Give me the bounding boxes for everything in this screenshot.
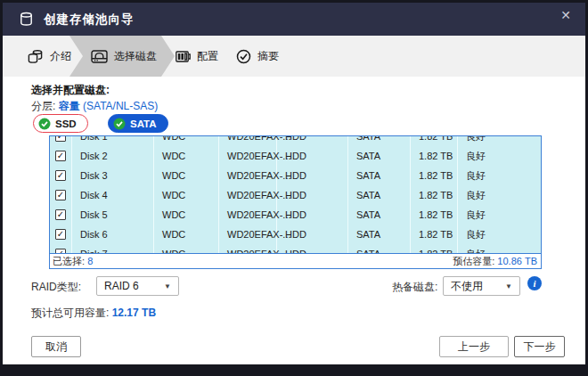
cell-capacity: 1.82 TB [411, 146, 458, 166]
table-row[interactable]: ✓ Disk 1 WDC WD20EFAX-... HDD SATA 1.82 … [50, 136, 541, 146]
row-checkbox[interactable]: ✓ [55, 170, 66, 181]
table-row[interactable]: ✓ Disk 7 WDC WD20EFAX-... HDD SATA 1.82 … [50, 244, 541, 253]
filter-ssd-button[interactable]: SSD [33, 114, 88, 133]
cell-disk-name: Disk 4 [72, 185, 154, 205]
tier-label: 分层: [31, 100, 55, 112]
cell-status: 良好 [458, 244, 541, 253]
raid-type-select[interactable]: RAID 6 ▼ [96, 276, 179, 296]
cell-bus: SATA [348, 225, 411, 244]
cell-capacity: 1.82 TB [411, 185, 458, 205]
row-checkbox[interactable]: ✓ [55, 136, 66, 142]
cell-model: WD20EFAX-... [219, 205, 277, 225]
summary-check-icon [236, 49, 251, 64]
cell-type: HDD [277, 225, 348, 244]
cell-capacity: 1.82 TB [411, 244, 458, 253]
cell-disk-name: Disk 7 [72, 244, 154, 253]
step-summary[interactable]: 摘要 [236, 36, 279, 77]
table-row[interactable]: ✓ Disk 2 WDC WD20EFAX-... HDD SATA 1.82 … [50, 146, 541, 166]
tier-capacity-link[interactable]: 容量 [59, 100, 80, 112]
table-row[interactable]: ✓ Disk 3 WDC WD20EFAX-... HDD SATA 1.82 … [50, 166, 541, 185]
cell-model: WD20EFAX-... [219, 136, 277, 146]
cell-capacity: 1.82 TB [411, 136, 458, 146]
configure-bays-icon [176, 51, 191, 62]
cell-type: HDD [277, 146, 348, 166]
cell-status: 良好 [458, 185, 541, 205]
cell-model: WD20EFAX-... [219, 146, 277, 166]
disk-table-footer: 已选择: 8 预估容量: 10.86 TB [50, 253, 541, 268]
row-checkbox[interactable]: ✓ [55, 190, 66, 200]
cell-disk-name: Disk 3 [72, 166, 154, 185]
info-icon[interactable]: i [527, 276, 542, 290]
raid-type-value: RAID 6 [104, 280, 139, 292]
next-button[interactable]: 下一步 [514, 336, 565, 357]
cell-capacity: 1.82 TB [411, 166, 458, 185]
row-checkbox[interactable]: ✓ [55, 151, 66, 161]
cell-capacity: 1.82 TB [411, 205, 458, 225]
cell-bus: SATA [348, 244, 411, 253]
selected-count: 8 [87, 256, 93, 266]
cell-disk-name: Disk 6 [72, 225, 154, 244]
cell-manufacturer: WDC [154, 136, 219, 146]
table-row[interactable]: ✓ Disk 5 WDC WD20EFAX-... HDD SATA 1.82 … [50, 205, 541, 225]
cell-bus: SATA [348, 166, 411, 185]
cell-manufacturer: WDC [154, 225, 219, 244]
cell-status: 良好 [458, 205, 541, 225]
cell-model: WD20EFAX-... [219, 166, 277, 185]
tier-note: (SATA/NL-SAS) [83, 100, 158, 112]
wizard-content: 选择并配置磁盘: 分层: 容量 (SATA/NL-SAS) SSD SATA [3, 77, 585, 364]
disk-table-body: ✓ Disk 1 WDC WD20EFAX-... HDD SATA 1.82 … [50, 136, 541, 253]
cell-capacity: 1.82 TB [411, 225, 458, 244]
spare-disk-select[interactable]: 不使用 ▼ [443, 276, 520, 296]
cell-model: WD20EFAX-... [219, 185, 277, 205]
window-title: 创建存储池向导 [44, 12, 135, 28]
cancel-button[interactable]: 取消 [31, 336, 81, 357]
cell-status: 良好 [458, 166, 541, 185]
cell-type: HDD [277, 244, 348, 253]
disk-table: ✓ Disk 1 WDC WD20EFAX-... HDD SATA 1.82 … [49, 135, 542, 269]
create-storage-pool-wizard-dialog: 创建存储池向导 ✕ 介绍 [0, 0, 588, 376]
spare-disk-label: 热备磁盘: [392, 280, 437, 295]
row-checkbox[interactable]: ✓ [55, 249, 66, 253]
step-intro[interactable]: 介绍 [27, 36, 71, 77]
close-icon[interactable]: ✕ [560, 9, 571, 21]
cell-disk-name: Disk 5 [72, 205, 154, 225]
filter-sata-button[interactable]: SATA [108, 114, 168, 133]
cell-type: HDD [277, 166, 348, 185]
disk-table-scroll-area[interactable]: ✓ Disk 1 WDC WD20EFAX-... HDD SATA 1.82 … [50, 136, 541, 253]
cell-type: HDD [277, 136, 348, 146]
table-row[interactable]: ✓ Disk 4 WDC WD20EFAX-... HDD SATA 1.82 … [50, 185, 541, 205]
step-intro-label: 介绍 [50, 49, 71, 64]
green-check-icon [38, 118, 51, 130]
raid-type-label: RAID类型: [31, 280, 81, 295]
title-bar: 创建存储池向导 ✕ [3, 3, 585, 36]
previous-button[interactable]: 上一步 [439, 336, 509, 357]
total-capacity-value: 12.17 TB [112, 307, 156, 319]
step-configure[interactable]: 配置 [176, 36, 218, 77]
cell-bus: SATA [348, 136, 411, 146]
cell-status: 良好 [458, 136, 541, 146]
section-heading: 选择并配置磁盘: [31, 83, 110, 98]
step-select-disks-label: 选择磁盘 [114, 49, 157, 64]
table-row[interactable]: ✓ Disk 6 WDC WD20EFAX-... HDD SATA 1.82 … [50, 225, 541, 244]
cell-disk-name: Disk 2 [72, 146, 154, 166]
row-checkbox[interactable]: ✓ [55, 229, 66, 240]
step-select-disks[interactable]: 选择磁盘 [91, 36, 157, 77]
filter-ssd-label: SSD [55, 119, 77, 129]
cell-disk-name: Disk 1 [72, 136, 154, 146]
cell-type: HDD [277, 205, 348, 225]
step-summary-label: 摘要 [257, 49, 279, 64]
green-check-icon [113, 118, 126, 130]
cell-manufacturer: WDC [154, 205, 219, 225]
spare-disk-value: 不使用 [451, 279, 483, 294]
cell-model: WD20EFAX-... [219, 244, 277, 253]
cell-manufacturer: WDC [154, 166, 219, 185]
storage-pool-icon [18, 11, 35, 28]
row-checkbox[interactable]: ✓ [55, 209, 66, 220]
cell-type: HDD [277, 185, 348, 205]
wizard-steps-bar: 介绍 选择磁盘 [3, 36, 585, 77]
cell-bus: SATA [348, 185, 411, 205]
estimated-capacity: 预估容量: 10.86 TB [453, 255, 537, 268]
filter-sata-label: SATA [130, 119, 157, 129]
intro-pools-icon [27, 49, 44, 64]
chevron-down-icon: ▼ [164, 282, 171, 290]
